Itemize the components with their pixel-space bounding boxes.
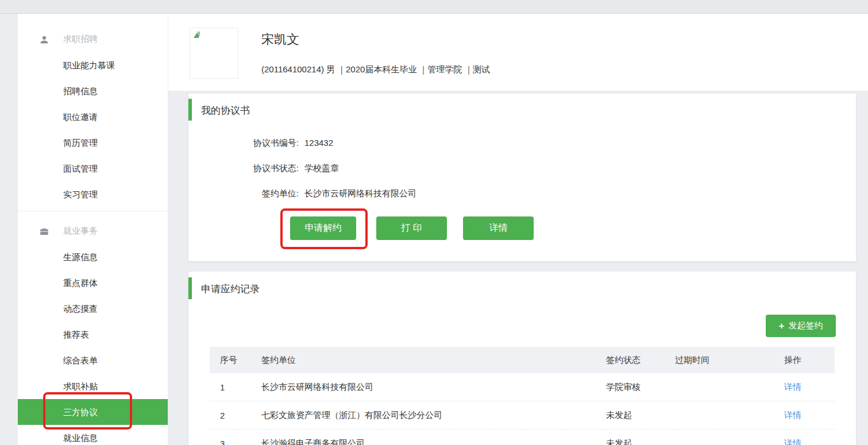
student-name: 宋凯文 [261,31,299,48]
sidebar-item-job-invite[interactable]: 职位邀请 [18,104,168,130]
briefcase-icon [39,226,49,237]
cell-status: 未发起 [597,438,666,445]
cell-no: 3 [210,439,251,445]
sidebar-item-tripartite-agreement[interactable]: 三方协议 [18,399,168,425]
header-no: 序号 [210,355,251,366]
sidebar-section-job-seeking: 求职招聘 职业能力慕课 招聘信息 职位邀请 简历管理 面试管理 实习管理 [18,14,168,207]
sidebar-item-mooc[interactable]: 职业能力慕课 [18,52,168,78]
user-icon [39,34,49,45]
field-value: 学校盖章 [304,162,339,174]
field-label: 签约单位: [188,188,299,199]
field-signed-company: 签约单位: 长沙市云研网络科技有限公司 [188,188,416,199]
sidebar-item-dynamic-survey[interactable]: 动态摸查 [18,296,168,322]
start-sign-label: 发起签约 [788,320,823,331]
row-detail-link[interactable]: 详情 [784,438,801,445]
card-title: 我的协议书 [201,104,250,117]
plus-icon: + [779,321,785,331]
sidebar-item-employment-info[interactable]: 就业信息 [18,425,168,445]
card-accent-bar [188,99,192,121]
row-detail-link[interactable]: 详情 [784,382,801,392]
table-row: 3 长沙瀚得电子商务有限公司 未发起 详情 [210,429,835,445]
top-strip [0,0,868,14]
sidebar-section-label: 就业事务 [63,226,98,237]
header-company: 签约单位 [251,355,597,366]
field-label: 协议书状态: [188,162,299,174]
profile-header: 宋凯文 (201164100214) 男 ｜2020届本科生毕业 ｜管理学院 ｜… [168,14,868,91]
field-label: 协议书编号: [188,137,299,149]
card-accent-bar [188,277,192,299]
sidebar-item-recruit-info[interactable]: 招聘信息 [18,78,168,104]
detail-button[interactable]: 详情 [463,216,534,240]
cell-no: 2 [210,411,251,420]
table-row: 1 长沙市云研网络科技有限公司 学院审核 详情 [210,373,835,401]
apply-release-button[interactable]: 申请解约 [290,216,356,240]
header-expire: 过期时间 [666,355,764,366]
row-detail-link[interactable]: 详情 [784,410,801,420]
broken-image-icon [192,30,204,41]
cell-company: 长沙市云研网络科技有限公司 [251,382,597,393]
print-button[interactable]: 打 印 [376,216,447,240]
avatar [190,28,238,79]
agreement-records-table: 序号 签约单位 签约状态 过期时间 操作 1 长沙市云研网络科技有限公司 学院审… [210,347,835,445]
student-meta: (201164100214) 男 ｜2020届本科生毕业 ｜管理学院 ｜测试 [261,64,490,75]
field-agreement-status: 协议书状态: 学校盖章 [188,162,339,174]
card-title: 申请应约记录 [201,283,260,296]
header-status: 签约状态 [597,355,666,366]
application-records-card: 申请应约记录 + 发起签约 序号 签约单位 签约状态 过期时间 操作 1 长沙市… [188,272,856,445]
sidebar: 求职招聘 职业能力慕课 招聘信息 职位邀请 简历管理 面试管理 实习管理 就业事… [18,14,168,445]
sidebar-section-label: 求职招聘 [63,34,98,45]
field-value: 123432 [304,137,333,149]
field-value: 长沙市云研网络科技有限公司 [304,188,416,199]
sidebar-item-source-info[interactable]: 生源信息 [18,244,168,270]
start-sign-button[interactable]: + 发起签约 [766,315,836,337]
cell-status: 学院审核 [597,382,666,393]
cell-company: 长沙瀚得电子商务有限公司 [251,438,597,445]
sidebar-section-employment-affairs: 就业事务 生源信息 重点群体 动态摸查 推荐表 综合表单 求职补贴 三方协议 就… [18,211,168,445]
cell-no: 1 [210,382,251,392]
sidebar-item-interview[interactable]: 面试管理 [18,156,168,181]
table-header-row: 序号 签约单位 签约状态 过期时间 操作 [210,347,835,373]
my-agreement-card: 我的协议书 协议书编号: 123432 协议书状态: 学校盖章 签约单位: 长沙… [188,94,856,261]
page: 求职招聘 职业能力慕课 招聘信息 职位邀请 简历管理 面试管理 实习管理 就业事… [0,0,868,445]
cell-status: 未发起 [597,410,666,421]
sidebar-item-key-groups[interactable]: 重点群体 [18,270,168,296]
cell-company: 七彩文旅资产管理（浙江）有限公司长沙分公司 [251,410,597,421]
sidebar-item-comprehensive-forms[interactable]: 综合表单 [18,347,168,373]
sidebar-item-recommendation[interactable]: 推荐表 [18,322,168,347]
sidebar-item-internship[interactable]: 实习管理 [18,181,168,207]
header-action: 操作 [764,355,835,366]
table-row: 2 七彩文旅资产管理（浙江）有限公司长沙分公司 未发起 详情 [210,401,835,429]
field-agreement-number: 协议书编号: 123432 [188,137,333,149]
sidebar-section-header: 就业事务 [18,218,168,244]
sidebar-section-header: 求职招聘 [18,26,168,52]
sidebar-item-resume[interactable]: 简历管理 [18,130,168,156]
sidebar-item-job-subsidy[interactable]: 求职补贴 [18,373,168,399]
